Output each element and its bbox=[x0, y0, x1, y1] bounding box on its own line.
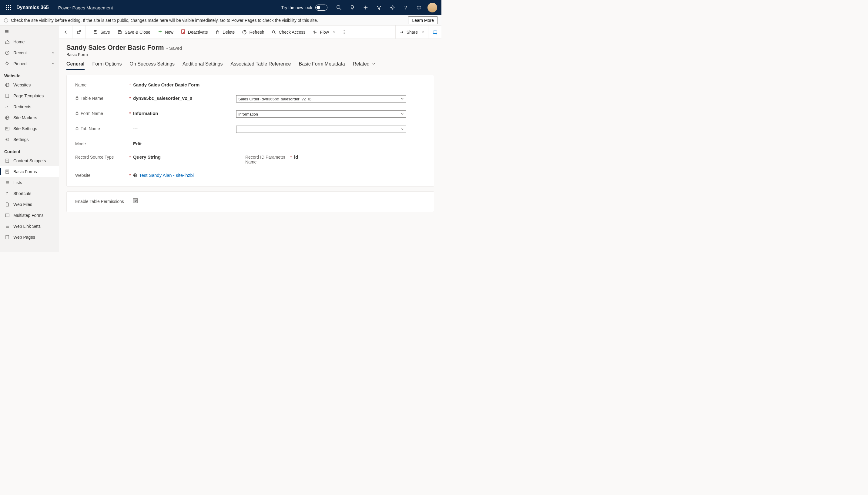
nav-site-markers[interactable]: Site Markers bbox=[0, 112, 59, 123]
required-indicator: * bbox=[128, 82, 132, 87]
tab-related[interactable]: Related bbox=[353, 61, 376, 70]
check-access-label: Check Access bbox=[279, 30, 305, 35]
select-tab-name[interactable] bbox=[236, 125, 406, 133]
more-commands-button[interactable] bbox=[339, 25, 349, 39]
settings-gear-icon[interactable] bbox=[386, 1, 399, 14]
form-section-1: Name * Sandy Sales Order Basic Form Tabl… bbox=[66, 75, 434, 187]
nav-content-snippets[interactable]: Content Snippets bbox=[0, 155, 59, 166]
collapse-nav-icon[interactable] bbox=[0, 27, 59, 36]
svg-rect-37 bbox=[6, 159, 9, 163]
label-mode: Mode bbox=[75, 141, 128, 146]
svg-rect-59 bbox=[216, 31, 219, 34]
value-mode[interactable]: Edit bbox=[133, 141, 236, 146]
nav-web-files-label: Web Files bbox=[13, 202, 32, 207]
page-title: Sandy Sales Order Basic Form bbox=[66, 44, 164, 51]
value-website[interactable]: Test Sandy Alan - site-ihzbi bbox=[133, 172, 236, 178]
site-settings-icon bbox=[4, 125, 10, 132]
app-launcher-icon[interactable] bbox=[2, 1, 15, 14]
svg-rect-69 bbox=[76, 98, 78, 100]
share-button[interactable]: Share bbox=[396, 25, 428, 39]
label-website: Website bbox=[75, 172, 128, 178]
tab-general[interactable]: General bbox=[66, 61, 85, 70]
tab-basic-form-metadata[interactable]: Basic Form Metadata bbox=[299, 61, 345, 70]
app-name[interactable]: Power Pages Management bbox=[58, 5, 113, 10]
nav-lists[interactable]: Lists bbox=[0, 177, 59, 188]
svg-point-62 bbox=[272, 31, 275, 33]
filter-icon[interactable] bbox=[372, 1, 386, 14]
nav-recent[interactable]: Recent bbox=[0, 47, 59, 58]
copilot-icon[interactable] bbox=[428, 25, 441, 39]
search-icon[interactable] bbox=[332, 1, 346, 14]
nav-pinned[interactable]: Pinned bbox=[0, 58, 59, 69]
nav-web-files[interactable]: Web Files bbox=[0, 199, 59, 210]
label-enable-table-permissions: Enable Table Permissions bbox=[75, 198, 128, 204]
nav-web-pages[interactable]: Web Pages bbox=[0, 232, 59, 243]
svg-line-58 bbox=[182, 32, 184, 33]
back-button[interactable] bbox=[59, 25, 72, 39]
nav-websites[interactable]: Websites bbox=[0, 80, 59, 90]
required-indicator: * bbox=[289, 154, 293, 159]
learn-more-button[interactable]: Learn More bbox=[408, 16, 438, 24]
checkbox-enable-table-permissions[interactable] bbox=[133, 198, 138, 203]
multistep-icon bbox=[4, 212, 10, 218]
svg-point-66 bbox=[344, 33, 345, 34]
deactivate-label: Deactivate bbox=[188, 30, 208, 35]
value-tab-name: --- bbox=[133, 125, 236, 131]
open-new-window-button[interactable] bbox=[72, 25, 86, 39]
tab-additional-settings[interactable]: Additional Settings bbox=[182, 61, 223, 70]
deactivate-button[interactable]: Deactivate bbox=[177, 25, 212, 39]
label-name: Name bbox=[75, 82, 128, 87]
value-website-text: Test Sandy Alan - site-ihzbi bbox=[139, 173, 194, 178]
nav-settings[interactable]: Settings bbox=[0, 134, 59, 145]
select-form-name[interactable]: Information bbox=[236, 110, 406, 118]
nav-site-settings[interactable]: Site Settings bbox=[0, 123, 59, 134]
visibility-warning-bar: Check the site visibility before editing… bbox=[0, 15, 441, 25]
save-button[interactable]: Save bbox=[89, 25, 114, 39]
brand-title[interactable]: Dynamics 365 bbox=[16, 5, 49, 10]
svg-rect-53 bbox=[94, 31, 96, 32]
check-access-button[interactable]: Check Access bbox=[268, 25, 309, 39]
select-table-name[interactable]: Sales Order (dyn365bc_salesorder_v2_0) bbox=[236, 95, 406, 103]
saved-indicator: - Saved bbox=[166, 46, 182, 51]
nav-page-templates[interactable]: Page Templates bbox=[0, 90, 59, 101]
nav-shortcuts[interactable]: Shortcuts bbox=[0, 188, 59, 199]
save-close-button[interactable]: Save & Close bbox=[114, 25, 154, 39]
svg-rect-54 bbox=[119, 31, 120, 32]
add-icon[interactable] bbox=[359, 1, 372, 14]
template-icon bbox=[4, 93, 10, 99]
globe-icon bbox=[133, 173, 137, 177]
new-button[interactable]: New bbox=[154, 25, 177, 39]
form-body[interactable]: Name * Sandy Sales Order Basic Form Tabl… bbox=[59, 70, 441, 252]
delete-button[interactable]: Delete bbox=[212, 25, 238, 39]
refresh-button[interactable]: Refresh bbox=[238, 25, 268, 39]
nav-settings-label: Settings bbox=[13, 137, 29, 142]
nav-home-label: Home bbox=[13, 39, 24, 44]
nav-multistep-forms[interactable]: Multistep Forms bbox=[0, 210, 59, 221]
nav-web-link-sets[interactable]: Web Link Sets bbox=[0, 221, 59, 232]
svg-marker-14 bbox=[377, 6, 381, 10]
nav-pinned-label: Pinned bbox=[13, 61, 27, 66]
tab-associated-table[interactable]: Associated Table Reference bbox=[231, 61, 291, 70]
nav-home[interactable]: Home bbox=[0, 36, 59, 47]
user-avatar[interactable] bbox=[427, 3, 437, 13]
nav-redirects[interactable]: Redirects bbox=[0, 101, 59, 112]
form-tabs: General Form Options On Success Settings… bbox=[59, 57, 441, 70]
value-record-id-param[interactable]: id bbox=[294, 154, 298, 159]
tab-form-options[interactable]: Form Options bbox=[92, 61, 122, 70]
required-indicator: * bbox=[128, 172, 132, 178]
nav-redirects-label: Redirects bbox=[13, 104, 31, 109]
help-icon[interactable] bbox=[399, 1, 412, 14]
lightbulb-icon[interactable] bbox=[346, 1, 359, 14]
nav-basic-forms[interactable]: Basic Forms bbox=[0, 166, 59, 177]
value-name[interactable]: Sandy Sales Order Basic Form bbox=[133, 82, 236, 87]
assistant-icon[interactable] bbox=[412, 1, 426, 14]
command-bar: Save Save & Close New Deactivate Delete … bbox=[59, 25, 441, 39]
value-record-source-type[interactable]: Query String bbox=[133, 154, 236, 159]
new-look-toggle[interactable] bbox=[315, 4, 327, 11]
new-label: New bbox=[165, 30, 173, 35]
left-navigation: Home Recent Pinned Website Websites Page… bbox=[0, 25, 59, 252]
nav-lists-label: Lists bbox=[13, 180, 22, 185]
flow-button[interactable]: Flow bbox=[309, 25, 339, 39]
tab-on-success[interactable]: On Success Settings bbox=[130, 61, 175, 70]
svg-rect-29 bbox=[6, 94, 9, 98]
